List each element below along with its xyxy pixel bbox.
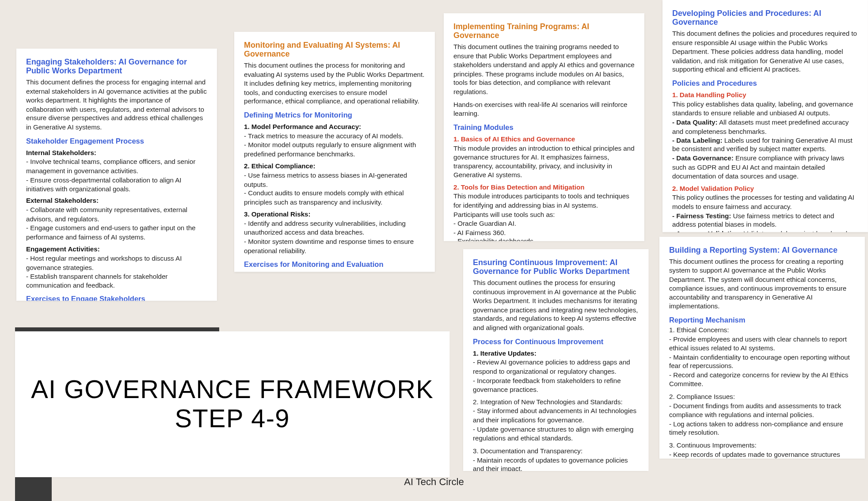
- card-policies: Developing Policies and Procedures: AI G…: [662, 0, 868, 232]
- title-line-2: STEP 4-9: [175, 404, 290, 433]
- t: - Incorporate feedback from stakeholders…: [473, 376, 639, 394]
- t: - Log actions taken to address non-compl…: [669, 420, 855, 438]
- footer-brand: AI Tech Circle: [0, 476, 868, 488]
- c1-ext-h: External Stakeholders:: [26, 197, 207, 205]
- t: This document outlines the process for m…: [244, 61, 425, 106]
- t: - Explainability dashboards.: [453, 237, 635, 241]
- t: Hands-on exercises with real-life AI sce…: [453, 100, 635, 118]
- t: 2. Tools for Bias Detection and Mitigati…: [453, 184, 635, 191]
- t: - Review AI governance policies to addre…: [473, 358, 639, 376]
- title-line-1: AI GOVERNANCE FRAMEWORK: [31, 375, 434, 404]
- t: - Provide employees and users with clear…: [669, 335, 855, 353]
- title-block: AI GOVERNANCE FRAMEWORK STEP 4-9: [15, 331, 449, 477]
- t: - Data Quality:: [672, 118, 718, 126]
- t: This document defines the policies and p…: [672, 29, 858, 74]
- t: This document outlines the process for e…: [473, 278, 639, 332]
- t: 3. Documentation and Transparency:: [473, 446, 639, 455]
- t: - Data Governance:: [672, 155, 734, 162]
- card-reporting: Building a Reporting System: AI Governan…: [659, 237, 865, 459]
- card-monitoring: Monitoring and Evaluating AI Systems: AI…: [234, 32, 435, 272]
- c4-title: Ensuring Continuous Improvement: AI Gove…: [473, 258, 639, 276]
- c3-s1: Training Modules: [453, 123, 635, 132]
- t: - Use fairness metrics to assess biases …: [244, 171, 425, 189]
- t: 1. Ethical Concerns:: [669, 326, 855, 334]
- t: - Update governance structures to align …: [473, 425, 639, 443]
- t: 2. Ethical Compliance:: [244, 162, 425, 170]
- t: - Involve technical teams, compliance of…: [26, 157, 207, 175]
- c3-title: Implementing Training Programs: AI Gover…: [453, 22, 635, 40]
- t: 1. Model Performance and Accuracy:: [244, 123, 425, 130]
- c1-s1: Stakeholder Engagement Process: [26, 137, 207, 145]
- c2-s2: Exercises for Monitoring and Evaluation: [244, 260, 425, 268]
- t: - AI Fairness 360.: [453, 228, 635, 237]
- t: 3. Continuous Improvements:: [669, 441, 855, 450]
- t: - Identify and address security vulnerab…: [244, 219, 425, 237]
- c4-s1: Process for Continuous Improvement: [473, 337, 639, 345]
- card-training: Implementing Training Programs: AI Gover…: [444, 13, 644, 241]
- t: - Document findings from audits and asse…: [669, 402, 855, 420]
- t: This document outlines the process for c…: [669, 257, 855, 311]
- t: 1. Data Handling Policy: [672, 91, 858, 99]
- t: - Monitor model outputs regularly to ens…: [244, 140, 425, 159]
- t: - Track metrics to measure the accuracy …: [244, 131, 425, 140]
- c1-s2: Exercises to Engage Stakeholders: [26, 295, 207, 300]
- card1-title: Engaging Stakeholders: AI Governance for…: [26, 57, 207, 75]
- c6-s1: Reporting Mechanism: [669, 316, 855, 324]
- t: 1. Iterative Updates:: [473, 349, 639, 357]
- c2-title: Monitoring and Evaluating AI Systems: AI…: [244, 40, 425, 58]
- t: - Maintain confidentiality to encourage …: [669, 353, 855, 371]
- t: This module provides an introduction to …: [453, 144, 635, 180]
- t: 3. Operational Risks:: [244, 210, 425, 218]
- t: This policy outlines the processes for t…: [672, 193, 858, 211]
- t: 2. Compliance Issues:: [669, 392, 855, 401]
- c6-title: Building a Reporting System: AI Governan…: [669, 246, 855, 255]
- t: This module introduces participants to t…: [453, 192, 635, 219]
- t: - Host regular meetings and workshops to…: [26, 254, 207, 272]
- t: - Monitor system downtime and response t…: [244, 237, 425, 255]
- t: - Fairness Testing:: [672, 212, 731, 219]
- card1-intro: This document defines the process for en…: [26, 78, 207, 132]
- c2-s1: Defining Metrics for Monitoring: [244, 111, 425, 119]
- t: This document outlines the training prog…: [453, 42, 635, 96]
- t: - Ensure cross-departmental collaboratio…: [26, 175, 207, 194]
- card-continuous-improvement: Ensuring Continuous Improvement: AI Gove…: [463, 249, 648, 471]
- c1-eng-h: Engagement Activities:: [26, 245, 207, 253]
- t: - Collaborate with community representat…: [26, 205, 207, 224]
- t: - Stay informed about advancements in AI…: [473, 406, 639, 425]
- t: - Establish transparent channels for sta…: [26, 272, 207, 290]
- t: - Oracle Guardian AI.: [453, 219, 635, 228]
- t: - Engage customers and end-users to gath…: [26, 224, 207, 242]
- t: - Keep records of updates made to govern…: [669, 450, 855, 459]
- t: - Data Labeling:: [672, 137, 722, 144]
- t: This policy establishes data quality, la…: [672, 100, 858, 118]
- t: - Maintain records of updates to governa…: [473, 455, 639, 471]
- c1-int-h: Internal Stakeholders:: [26, 149, 207, 156]
- t: 2. Integration of New Technologies and S…: [473, 398, 639, 406]
- t: 2. Model Validation Policy: [672, 185, 858, 192]
- t: - Accuracy Validation:: [672, 230, 742, 232]
- card-engaging-stakeholders: Engaging Stakeholders: AI Governance for…: [16, 49, 217, 301]
- t: - Conduct audits to ensure models comply…: [244, 189, 425, 207]
- t: - Record and categorize concerns for rev…: [669, 371, 855, 389]
- c5-s1: Policies and Procedures: [672, 79, 858, 87]
- t: 1. Basics of AI Ethics and Governance: [453, 135, 635, 143]
- c5-title: Developing Policies and Procedures: AI G…: [672, 8, 858, 27]
